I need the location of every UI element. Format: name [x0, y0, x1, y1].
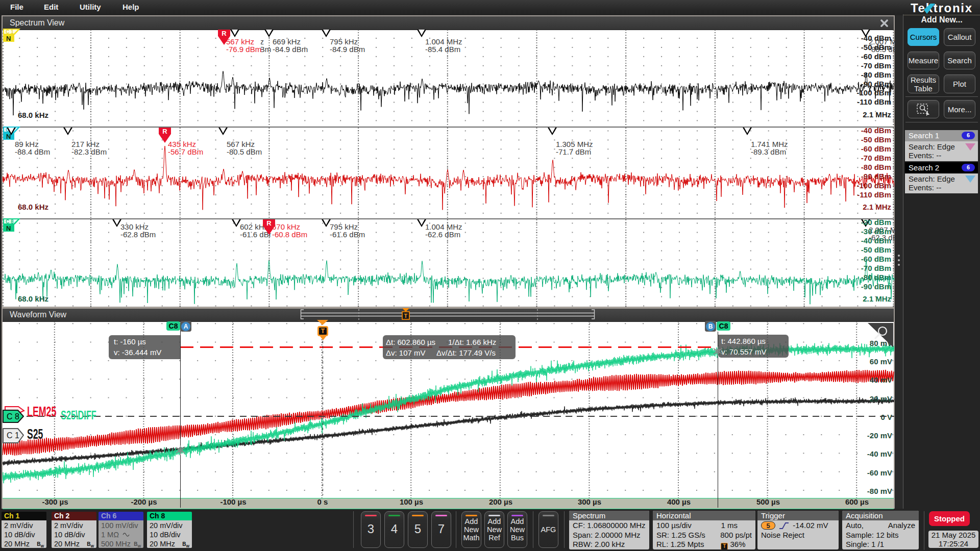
svg-text:C 1: C 1 — [6, 29, 14, 35]
svg-text:Tektronix: Tektronix — [911, 1, 972, 14]
svg-text:C 1: C 1 — [7, 431, 19, 440]
svg-text:C 8: C 8 — [6, 219, 14, 224]
svg-text:N: N — [6, 35, 11, 42]
svg-text:T: T — [404, 313, 408, 319]
svg-text:C 8: C 8 — [7, 412, 19, 421]
svg-text:N: N — [6, 224, 11, 232]
